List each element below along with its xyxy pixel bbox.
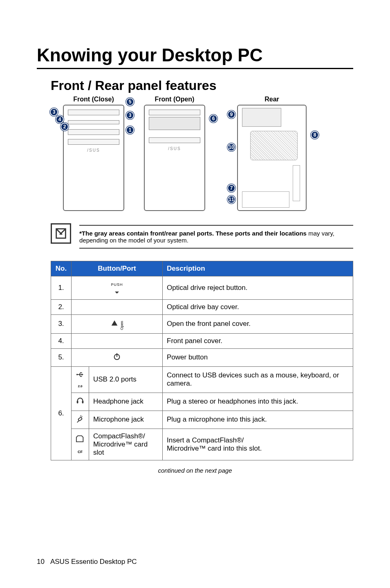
callout-4: 4 — [56, 115, 64, 123]
cf-text: CF — [78, 450, 83, 454]
cell-name: CompactFlash®/ Microdrive™ card slot — [89, 429, 163, 460]
callout-5: 5 — [126, 98, 134, 106]
cell-desc: Insert a CompactFlash®/ Microdrive™ card… — [163, 429, 353, 460]
push-icon: PUSH — [111, 283, 123, 287]
table-row: 5. Power button — [51, 348, 353, 366]
section-title: Front / Rear panel features — [51, 78, 353, 93]
cell-desc: Optical drive reject button. — [163, 276, 353, 300]
table-row: 2. Optical drive bay cover. — [51, 300, 353, 315]
cell-desc: Connect to USB devices such as a mouse, … — [163, 366, 353, 393]
note-bold: *The gray areas contain front/rear panel… — [79, 230, 308, 237]
note-icon — [51, 223, 71, 244]
cell-no: 4. — [51, 333, 72, 348]
cell-icon: PUSH — [72, 276, 163, 300]
cell-desc: Optical drive bay cover. — [163, 300, 353, 315]
cell-no: 2. — [51, 300, 72, 315]
note-block: *The gray areas contain front/rear panel… — [51, 223, 353, 249]
cell-name: Microphone jack — [89, 411, 163, 429]
cell-no: 5. — [51, 348, 72, 366]
table-row: Microphone jack Plug a microphone into t… — [51, 411, 353, 429]
table-row: CF CompactFlash®/ Microdrive™ card slot … — [51, 429, 353, 460]
compactflash-icon — [76, 434, 85, 443]
cell-icon: Open — [72, 315, 163, 334]
svg-marker-6 — [82, 373, 83, 376]
cell-name: USB 2.0 ports — [89, 366, 163, 393]
asus-logo: /SUS — [87, 148, 100, 153]
diagram-front-open: /SUS — [144, 105, 205, 211]
table-row: 1. PUSH Optical drive reject button. — [51, 276, 353, 300]
table-row: 6. 2.0 USB 2.0 ports Connect to USB devi… — [51, 366, 353, 393]
callout-10: 10 — [227, 143, 235, 151]
cell-no: 1. — [51, 276, 72, 300]
cell-icon — [72, 348, 163, 366]
diagram-rear — [237, 105, 307, 211]
th-button-port: Button/Port — [72, 261, 163, 276]
callout-11: 11 — [227, 195, 235, 204]
svg-rect-8 — [82, 401, 84, 403]
diagram-label-front-open: Front (Open) — [155, 96, 195, 103]
svg-line-11 — [80, 415, 81, 416]
page-footer: 10 ASUS Essentio Desktop PC — [37, 558, 137, 566]
cell-desc: Power button — [163, 348, 353, 366]
cell-no: 6. — [51, 366, 72, 460]
th-no: No. — [51, 261, 72, 276]
usb-icon — [76, 370, 85, 379]
callout-2: 2 — [61, 123, 69, 131]
svg-line-10 — [77, 420, 79, 422]
table-row: 3. Open Open the front panel cover. — [51, 315, 353, 334]
callout-9: 9 — [227, 110, 235, 119]
svg-rect-7 — [77, 401, 78, 403]
th-description: Description — [163, 261, 353, 276]
diagram-label-front-close: Front (Close) — [73, 96, 114, 103]
callout-3b: 3 — [126, 111, 134, 119]
callout-6: 6 — [209, 114, 217, 123]
page-title: Knowing your Desktop PC — [37, 45, 353, 69]
svg-marker-0 — [115, 292, 119, 294]
cell-no: 3. — [51, 315, 72, 334]
continued-note: continued on the next page — [37, 467, 353, 474]
page-number: 10 — [37, 558, 45, 566]
cell-name: Headphone jack — [89, 393, 163, 411]
power-icon — [112, 352, 121, 361]
port-table: No. Button/Port Description 1. PUSH Opti… — [51, 261, 353, 460]
callout-3a: 3 — [50, 108, 58, 116]
cell-desc: Plug a microphone into this jack. — [163, 411, 353, 429]
note-text: *The gray areas contain front/rear panel… — [79, 225, 353, 249]
callout-7: 7 — [227, 184, 235, 192]
svg-marker-1 — [112, 321, 118, 326]
callout-8: 8 — [311, 131, 319, 139]
cell-icon — [72, 393, 89, 411]
headphone-icon — [76, 396, 85, 405]
callout-1: 1 — [126, 126, 134, 134]
diagram-front-close: /SUS — [63, 105, 124, 211]
svg-line-12 — [81, 416, 83, 417]
cell-desc: Open the front panel cover. — [163, 315, 353, 334]
table-row: Headphone jack Plug a stereo or headphon… — [51, 393, 353, 411]
table-row: 4. Front panel cover. — [51, 333, 353, 348]
open-text: Open — [120, 321, 124, 330]
cell-icon: 2.0 — [72, 366, 89, 393]
footer-text: ASUS Essentio Desktop PC — [50, 558, 137, 566]
cell-icon — [72, 333, 163, 348]
cell-desc: Front panel cover. — [163, 333, 353, 348]
cell-icon — [72, 300, 163, 315]
cell-icon: CF — [72, 429, 89, 460]
usb-label: 2.0 — [78, 384, 82, 388]
open-triangle-icon — [110, 318, 119, 327]
down-arrow-icon — [114, 292, 120, 294]
cell-icon — [72, 411, 89, 429]
asus-logo: /SUS — [168, 146, 181, 151]
microphone-icon — [76, 414, 85, 423]
cell-desc: Plug a stereo or headphones into this ja… — [163, 393, 353, 411]
diagram-label-rear: Rear — [264, 96, 279, 103]
diagram-row: Front (Close) /SUS 5 3 4 3 2 1 Front (Op… — [51, 96, 353, 211]
